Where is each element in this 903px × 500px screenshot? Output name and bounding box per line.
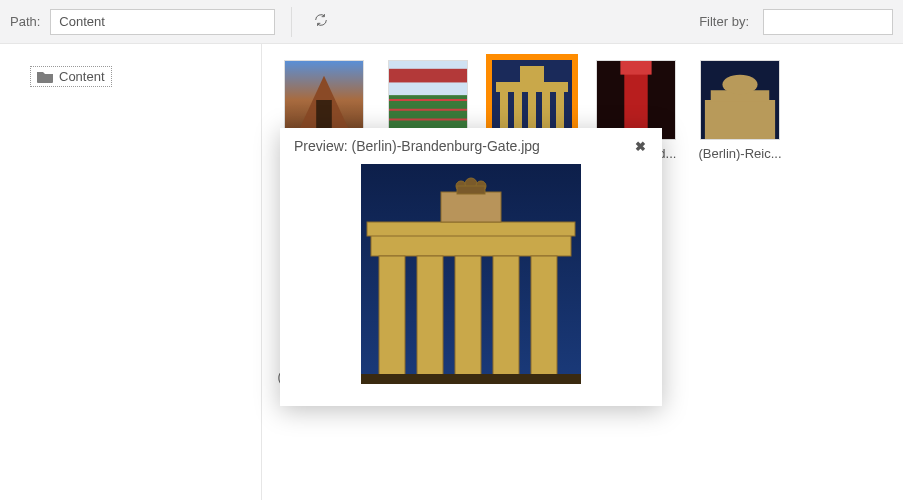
- path-input[interactable]: [50, 9, 275, 35]
- svg-rect-29: [371, 234, 571, 256]
- tree-node-label: Content: [59, 69, 105, 84]
- refresh-button[interactable]: [308, 9, 334, 35]
- sidebar: Content: [0, 44, 262, 500]
- preview-header: Preview: (Berlin)-Brandenburg-Gate.jpg ✖: [280, 128, 662, 160]
- svg-rect-35: [367, 222, 575, 236]
- svg-rect-7: [389, 69, 467, 83]
- preview-popup: Preview: (Berlin)-Brandenburg-Gate.jpg ✖: [280, 128, 662, 406]
- row-prefix-label: E: [278, 454, 290, 500]
- svg-rect-32: [455, 256, 481, 384]
- path-label: Path:: [10, 14, 40, 29]
- svg-rect-14: [496, 82, 568, 92]
- thumbnail-caption: (Berlin)-Reic...: [692, 146, 788, 161]
- preview-image: [361, 164, 581, 384]
- preview-title: Preview: (Berlin)-Brandenburg-Gate.jpg: [294, 138, 624, 154]
- thumbnail-item[interactable]: (Berlin)-Reic...: [691, 60, 789, 161]
- svg-rect-15: [520, 66, 544, 82]
- svg-rect-41: [361, 374, 581, 384]
- toolbar: Path: Filter by:: [0, 0, 903, 44]
- thumbnail-image: [700, 60, 780, 140]
- filter-input[interactable]: [763, 9, 893, 35]
- svg-rect-34: [531, 256, 557, 384]
- svg-rect-33: [493, 256, 519, 384]
- svg-rect-18: [620, 61, 651, 75]
- svg-rect-36: [441, 192, 501, 222]
- svg-point-22: [722, 75, 757, 95]
- filter-label: Filter by:: [699, 14, 749, 29]
- svg-rect-40: [457, 186, 485, 194]
- refresh-icon: [313, 12, 329, 31]
- svg-rect-20: [705, 100, 775, 139]
- svg-rect-31: [417, 256, 443, 384]
- close-icon: ✖: [635, 139, 646, 154]
- toolbar-divider: [291, 7, 292, 37]
- tree-node-content[interactable]: Content: [30, 66, 112, 87]
- close-button[interactable]: ✖: [632, 138, 648, 154]
- preview-body: [280, 160, 662, 388]
- folder-icon: [37, 71, 53, 83]
- svg-rect-30: [379, 256, 405, 384]
